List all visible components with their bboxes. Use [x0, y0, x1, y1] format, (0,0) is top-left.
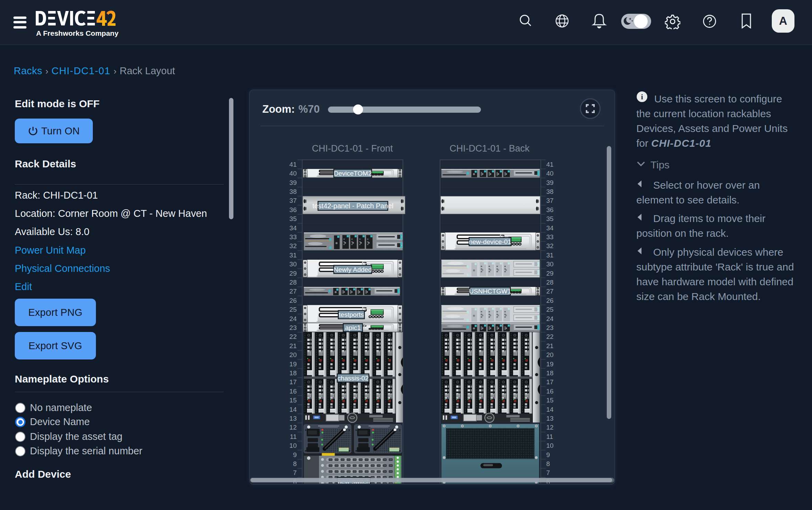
svg-text:10: 10	[289, 442, 297, 449]
svg-text:28: 28	[289, 279, 297, 286]
svg-text:23: 23	[289, 324, 297, 331]
svg-text:30: 30	[546, 260, 553, 268]
svg-text:37: 37	[546, 197, 553, 204]
svg-text:37: 37	[289, 197, 297, 204]
svg-text:18: 18	[289, 369, 297, 377]
svg-text:29: 29	[289, 270, 297, 277]
svg-text:32: 32	[546, 242, 553, 250]
svg-text:34: 34	[546, 224, 554, 232]
svg-text:16: 16	[289, 388, 297, 395]
svg-text:apic1: apic1	[345, 324, 361, 331]
svg-text:27: 27	[289, 288, 297, 295]
svg-text:40: 40	[546, 170, 553, 177]
svg-text:36: 36	[289, 206, 297, 213]
svg-text:15: 15	[289, 397, 297, 404]
svg-text:32: 32	[289, 242, 297, 250]
svg-text:Newly Added: Newly Added	[334, 266, 372, 273]
svg-text:39: 39	[289, 179, 297, 186]
svg-text:8: 8	[293, 460, 297, 467]
svg-text:USNHCTGW1: USNHCTGW1	[469, 288, 511, 295]
svg-text:13: 13	[289, 415, 297, 422]
svg-text:35: 35	[289, 215, 297, 222]
svg-text:17: 17	[289, 378, 297, 386]
svg-text:DeviceTOM2: DeviceTOM2	[334, 170, 372, 177]
svg-text:29: 29	[546, 270, 553, 277]
svg-text:14: 14	[289, 406, 297, 413]
svg-text:19: 19	[546, 361, 553, 368]
svg-text:16: 16	[546, 388, 553, 395]
svg-text:25: 25	[546, 306, 553, 313]
svg-text:25: 25	[289, 306, 297, 313]
svg-text:36: 36	[546, 206, 553, 213]
svg-text:22: 22	[546, 333, 553, 340]
svg-text:23: 23	[546, 324, 553, 331]
svg-text:9: 9	[546, 451, 550, 458]
svg-text:33: 33	[289, 233, 297, 241]
svg-text:11: 11	[546, 433, 553, 440]
svg-text:chassis-02: chassis-02	[338, 375, 369, 382]
svg-text:38: 38	[289, 188, 297, 195]
svg-text:10: 10	[546, 442, 553, 449]
svg-text:13: 13	[546, 415, 553, 422]
svg-text:CHI-DC1-01 - Front: CHI-DC1-01 - Front	[312, 143, 393, 154]
svg-text:12: 12	[289, 424, 297, 431]
svg-text:33: 33	[546, 233, 553, 241]
svg-text:CHI-DC1-01 - Back: CHI-DC1-01 - Back	[450, 143, 530, 154]
svg-text:20: 20	[546, 351, 553, 358]
svg-text:19: 19	[289, 361, 297, 368]
svg-text:31: 31	[289, 252, 297, 259]
svg-text:15: 15	[546, 397, 553, 404]
svg-text:17: 17	[546, 378, 553, 386]
svg-text:39: 39	[546, 179, 553, 186]
svg-text:22: 22	[289, 333, 297, 340]
svg-text:35: 35	[546, 215, 553, 222]
svg-text:41: 41	[289, 161, 297, 168]
svg-text:28: 28	[546, 279, 553, 286]
svg-text:11: 11	[290, 433, 297, 440]
svg-text:new-device-01: new-device-01	[469, 238, 512, 245]
svg-text:9: 9	[293, 451, 297, 458]
svg-text:27: 27	[546, 288, 553, 295]
svg-text:31: 31	[546, 252, 553, 259]
svg-text:38: 38	[546, 188, 553, 195]
svg-text:24: 24	[289, 315, 297, 322]
svg-text:21: 21	[546, 342, 553, 350]
svg-text:14: 14	[546, 406, 554, 413]
svg-text:test42-panel - Patch Panel: test42-panel - Patch Panel	[312, 202, 394, 210]
svg-text:40: 40	[289, 170, 297, 177]
svg-text:24: 24	[546, 315, 554, 322]
svg-text:7: 7	[546, 469, 550, 476]
svg-text:20: 20	[289, 351, 297, 358]
svg-text:26: 26	[289, 297, 297, 304]
svg-text:testports: testports	[339, 311, 364, 318]
svg-text:41: 41	[546, 161, 553, 168]
svg-text:34: 34	[289, 224, 297, 232]
svg-text:26: 26	[546, 297, 553, 304]
svg-text:30: 30	[289, 260, 297, 268]
svg-text:7: 7	[293, 469, 297, 476]
svg-text:18: 18	[546, 369, 553, 377]
svg-text:8: 8	[546, 460, 550, 467]
svg-text:21: 21	[289, 342, 297, 350]
svg-text:12: 12	[546, 424, 553, 431]
